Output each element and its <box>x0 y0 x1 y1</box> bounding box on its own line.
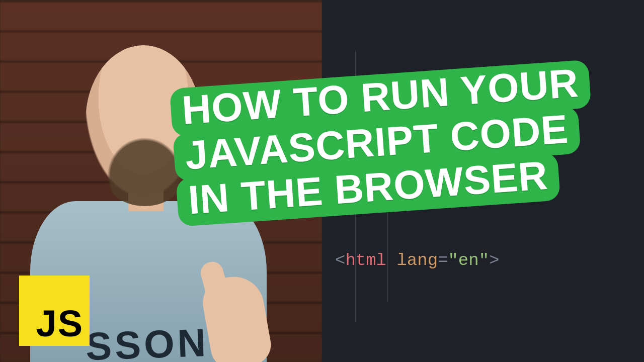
code-line-3 <box>335 353 644 362</box>
thumbnail-stage: SSON <!DOCTYPE html> <html lang="en"> cr… <box>0 0 644 362</box>
code-line-2: <html lang="en"> <box>335 247 644 274</box>
javascript-logo-icon: JS <box>19 276 90 346</box>
shirt-print-text: SSON <box>85 320 209 362</box>
javascript-logo-text: JS <box>36 302 84 345</box>
